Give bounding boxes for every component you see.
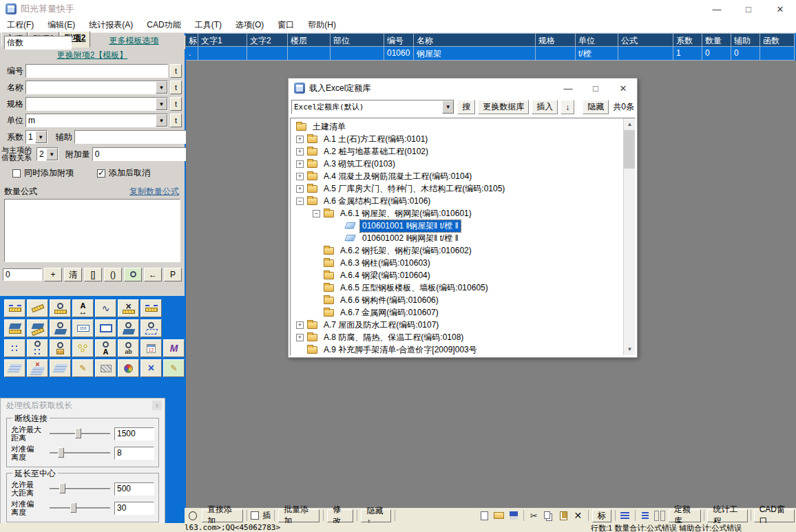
column-header-7[interactable]: 规格 [536,33,576,47]
area-measure-icon[interactable] [4,319,25,337]
tree-item-label[interactable]: A.6 金属结构工程(编码:0106) [322,195,432,207]
measure-zoom-icon[interactable] [50,299,71,317]
menu-item-0[interactable]: 工程(F) [0,18,41,33]
expand-icon[interactable]: + [296,185,304,193]
column-header-8[interactable]: 单位 [576,33,618,47]
total-length-icon[interactable] [140,299,162,317]
parens-button[interactable]: () [104,268,122,281]
ratio-combo[interactable]: 2 ▼ [36,147,59,161]
expand-icon[interactable]: + [296,148,304,156]
paste-icon[interactable] [557,509,569,522]
tree-item[interactable]: 土建清单 [291,120,623,133]
column-header-5[interactable]: 编号 [384,33,414,47]
multiplier-input[interactable] [4,36,72,50]
calendar-count-icon[interactable]: 12 [140,339,162,357]
tree-item[interactable]: 010601002 ‖钢网架‖ t/樘 ‖ [291,232,623,244]
hide-up-button[interactable]: 隐藏↑ [361,509,391,522]
list-view-icon[interactable] [619,509,631,522]
count-points-icon[interactable] [4,339,25,357]
insert-button[interactable]: 插入 [532,100,558,114]
tree-item-label[interactable]: A.7 屋面及防水工程(编码:0107) [322,319,441,331]
insert-checkbox[interactable]: 插 [251,510,271,522]
search-formula-button[interactable] [124,268,142,281]
grid-cell[interactable]: 0 [731,47,760,61]
break-line-measure-icon[interactable]: × [118,299,139,317]
extend-align-offset-input[interactable] [114,502,154,515]
column-header-11[interactable]: 数量 [702,33,731,47]
dialog-maximize-button[interactable]: □ [582,78,609,98]
column-header-4[interactable]: 部位 [331,33,384,47]
code-input[interactable] [25,64,168,78]
column-header-3[interactable]: 楼层 [288,33,331,47]
chevron-down-icon[interactable]: ▼ [156,114,167,127]
tree-item[interactable]: +A.8 防腐、隔热、保温工程(编码:0108) [291,331,623,343]
expand-icon[interactable]: + [296,321,304,329]
add-attach-checkbox[interactable]: 同时添加附项 [12,167,74,179]
count-zoom-icon[interactable] [27,339,48,357]
tree-item-label[interactable]: A.4 混凝土及钢筋混凝土工程(编码:0104) [322,171,474,182]
chevron-down-icon[interactable]: ▼ [156,98,167,110]
tree-item[interactable]: +A.3 砌筑工程(0103) [291,158,623,170]
annotate-pencil-icon[interactable]: ✎ [72,359,94,377]
measure-ruler-icon[interactable] [27,299,48,317]
scroll-thumb[interactable] [624,130,636,169]
tree-item[interactable]: −A.6 金属结构工程(编码:0106) [291,195,623,207]
menu-item-2[interactable]: 统计报表(A) [82,18,140,33]
tree-item-label[interactable]: 010601002 ‖钢网架‖ t/樘 ‖ [360,233,461,244]
dialog-close-button[interactable]: ✕ [609,78,637,98]
layers-icon[interactable] [50,359,71,377]
grid-cell[interactable] [618,47,673,61]
minimize-button[interactable]: — [701,0,733,18]
code-t-button[interactable]: t [170,64,182,78]
chevron-down-icon[interactable]: ▼ [156,81,167,94]
tree-scrollbar[interactable]: ▲ ▼ [623,118,635,355]
unit-t-button[interactable]: t [170,114,182,127]
tree-item[interactable]: A.6.3 钢柱(编码:010603) [291,257,623,269]
batch-add-button[interactable]: 批量添加 [278,509,320,522]
tree-item[interactable]: A.6.5 压型钢板楼板、墙板(编码:010605) [291,281,623,294]
maximize-button[interactable]: □ [733,0,764,18]
measure-dash-line-icon[interactable] [4,299,25,317]
tree-item-label[interactable]: A.6.7 金属网(编码:010607) [338,307,441,319]
count-circles-icon[interactable] [72,339,94,357]
break-cross-icon[interactable]: × [140,359,162,377]
extend-align-offset-slider[interactable] [50,502,110,514]
polyline-measure-icon[interactable]: ∿ [95,299,116,317]
quota-db-combo[interactable]: Excel定额库(默认) ▼ [291,100,454,114]
expand-icon[interactable]: + [296,173,304,180]
tree-item-label[interactable]: A.1 土(石)方工程(编码:0101) [322,134,430,145]
edit-shape-icon[interactable]: ✎ [163,359,185,377]
tree-item[interactable]: A.6.2 钢托架、钢桁架(编码:010602) [291,244,623,257]
statistics-button[interactable]: 统计工程 [707,509,747,522]
tree-item-label[interactable]: A.8 防腐、隔热、保温工程(编码:0108) [322,332,465,343]
region-zoom-icon[interactable] [118,319,139,337]
scroll-up-icon[interactable]: ▲ [624,118,636,130]
formula-textarea[interactable] [4,199,180,262]
spec-t-button[interactable]: t [170,97,182,111]
cad-window-button[interactable]: CAD窗口 [754,509,795,522]
indent-list-icon[interactable] [639,509,651,522]
checkbox-checked-icon[interactable] [97,169,105,178]
tree-item[interactable]: A.6.7 金属网(编码:010607) [291,306,623,319]
tree-item-label[interactable]: 土建清单 [311,121,348,133]
clear-button[interactable]: 清 [64,268,82,281]
accumulator-input[interactable] [3,268,42,281]
grid-cell[interactable]: t/樘 [576,47,618,61]
column-view-icon[interactable] [653,509,666,522]
chevron-down-icon[interactable]: ▼ [35,131,47,143]
text-box-measure-icon[interactable]: 358 [72,319,94,337]
hide-button[interactable]: 隐藏 [583,100,609,114]
align-offset-slider[interactable] [50,447,110,459]
direct-add-button[interactable]: 直接添加 [202,509,243,522]
open-folder-icon[interactable] [492,509,505,522]
hatch-map-icon[interactable] [95,359,116,377]
column-header-2[interactable]: 文字2 [247,33,288,47]
collapse-icon[interactable]: − [296,198,304,205]
text-width-icon[interactable]: A↔ [72,299,94,317]
column-header-12[interactable]: 辅助 [731,33,760,47]
grid-cell[interactable] [760,47,795,61]
unit-combo[interactable]: m ▼ [25,114,168,127]
change-db-button[interactable]: 更换数据库 [478,100,529,114]
quota-library-button[interactable]: 定额库 [669,509,702,522]
area-zoom-measure-icon[interactable] [50,319,71,337]
